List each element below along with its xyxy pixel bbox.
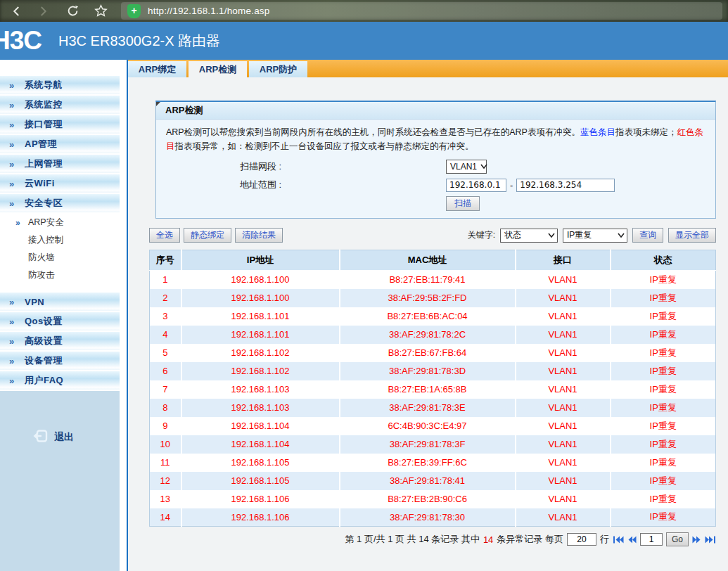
tab-arp-binding[interactable]: ARP绑定: [128, 61, 186, 77]
col-interface: 接口: [516, 250, 611, 271]
logout-label: 退出: [54, 431, 74, 444]
scan-segment-select[interactable]: VLAN1: [446, 160, 487, 174]
table-row[interactable]: 11192.168.1.105B8:27:EB:39:FF:6CVLAN1IP重…: [150, 454, 716, 472]
sidebar-subitem-label: 防攻击: [28, 269, 55, 281]
sidebar-item-7[interactable]: »安全专区: [0, 194, 120, 212]
table-row[interactable]: 10192.168.1.10438:AF:29:81:78:3FVLAN1IP重…: [150, 435, 716, 454]
page-info: 第 1 页/共 1 页 共 14 条记录 其中: [345, 533, 479, 546]
col-mac: MAC地址: [340, 250, 516, 271]
table-row[interactable]: 2192.168.1.10038:AF:29:5B:2F:FDVLAN1IP重复: [150, 289, 716, 307]
sidebar-item-6[interactable]: »云WiFi: [0, 174, 120, 193]
sidebar-item-8[interactable]: »VPN: [0, 293, 120, 311]
sidebar-subitem[interactable]: 防攻击: [0, 267, 120, 284]
menu-arrow-icon: »: [9, 179, 25, 189]
first-page-button[interactable]: [613, 536, 624, 544]
table-row[interactable]: 7192.168.1.103B8:27:EB:1A:65:8BVLAN1IP重复: [150, 380, 716, 399]
next-page-button[interactable]: [692, 536, 701, 544]
url-text[interactable]: http://192.168.1.1/home.asp: [148, 6, 270, 16]
col-ip: IP地址: [181, 250, 340, 271]
blue-entry-note: 蓝色条目: [580, 127, 615, 137]
tab-arp-protection[interactable]: ARP防护: [249, 61, 307, 77]
panel-title: ARP检测: [165, 104, 203, 117]
app-header: H3C H3C ER8300G2-X 路由器: [0, 22, 728, 60]
range-start-input[interactable]: [446, 179, 506, 192]
scan-segment-label: 扫描网段 :: [240, 160, 446, 173]
table-row[interactable]: 4192.168.1.10138:AF:29:81:78:2CVLAN1IP重复: [150, 326, 716, 344]
panel-description: ARP检测可以帮您搜索到当前网段内所有在线的主机，同时系统还会检查是否与已存在的…: [166, 125, 705, 153]
sidebar-subitem[interactable]: »ARP安全: [0, 214, 120, 231]
per-page-input[interactable]: [567, 533, 596, 546]
last-page-button[interactable]: [705, 536, 716, 544]
sidebar-subitem[interactable]: 接入控制: [0, 231, 120, 249]
sidebar-item-4[interactable]: »AP管理: [0, 135, 120, 153]
submenu-arrow-icon: »: [15, 218, 28, 228]
scan-button[interactable]: 扫描: [446, 196, 480, 211]
content-area: ARP绑定 ARP检测 ARP防护 ARP检测 ARP检测可以帮您搜索到当前网段…: [127, 60, 728, 571]
menu-arrow-icon: »: [9, 336, 25, 347]
panel-header: ARP检测: [156, 102, 715, 120]
refresh-icon[interactable]: [63, 4, 82, 19]
sidebar-item-2[interactable]: »系统监控: [0, 96, 120, 114]
table-row[interactable]: 13192.168.1.106B8:27:EB:2B:90:C6VLAN1IP重…: [150, 490, 716, 508]
menu-arrow-icon: »: [9, 316, 25, 327]
keyword-value-select[interactable]: IP重复: [563, 229, 627, 243]
address-range-label: 地址范围 :: [240, 179, 446, 191]
chevron-down-icon: [544, 233, 555, 238]
chevron-down-icon: [477, 164, 487, 169]
table-row[interactable]: 9192.168.1.1046C:4B:90:3C:E4:97VLAN1IP重复: [150, 417, 716, 435]
sidebar-item-label: 用户FAQ: [25, 374, 63, 387]
menu-arrow-icon: »: [9, 198, 25, 209]
table-header-row: 序号 IP地址 MAC地址 接口 状态: [150, 250, 716, 271]
table-row[interactable]: 6192.168.1.10238:AF:29:81:78:3DVLAN1IP重复: [150, 362, 716, 380]
query-button[interactable]: 查询: [632, 228, 663, 243]
sidebar-item-9[interactable]: »Qos设置: [0, 312, 120, 331]
static-bind-button[interactable]: 静态绑定: [184, 228, 231, 243]
sidebar-subitem[interactable]: 防火墙: [0, 249, 120, 267]
prev-page-button[interactable]: [627, 536, 637, 544]
sidebar-item-label: AP管理: [25, 138, 57, 150]
sidebar-subitem-label: 接入控制: [28, 234, 63, 246]
logout-button[interactable]: 退出: [32, 430, 120, 444]
logout-icon: [32, 430, 48, 444]
menu-arrow-icon: »: [9, 139, 25, 150]
clear-results-button[interactable]: 清除结果: [235, 228, 283, 243]
menu-arrow-icon: »: [9, 120, 25, 130]
sidebar-item-label: 系统监控: [25, 98, 63, 111]
keyword-label: 关键字:: [468, 229, 495, 241]
sidebar-item-label: VPN: [25, 297, 44, 307]
sidebar-item-1[interactable]: »系统导航: [0, 76, 120, 94]
table-row[interactable]: 8192.168.1.10338:AF:29:81:78:3EVLAN1IP重复: [150, 399, 716, 417]
table-row[interactable]: 14192.168.1.10638:AF:29:81:78:30VLAN1IP重…: [150, 508, 716, 527]
forward-icon[interactable]: [34, 4, 52, 19]
sidebar-splitter[interactable]: [120, 60, 127, 571]
page-number-input[interactable]: [640, 533, 663, 546]
keyword-field-select[interactable]: 状态: [500, 229, 558, 243]
table-row[interactable]: 3192.168.1.101B8:27:EB:6B:AC:04VLAN1IP重复: [150, 307, 716, 326]
select-all-button[interactable]: 全选: [149, 228, 180, 243]
h3c-logo: H3C: [0, 26, 41, 56]
tab-bar: ARP绑定 ARP检测 ARP防护: [128, 60, 728, 77]
go-button[interactable]: Go: [666, 532, 689, 546]
sidebar-item-label: Qos设置: [25, 315, 63, 328]
tab-arp-detection[interactable]: ARP检测: [189, 61, 247, 77]
sidebar-item-5[interactable]: »上网管理: [0, 155, 120, 173]
sidebar-item-11[interactable]: »设备管理: [0, 352, 120, 370]
show-all-button[interactable]: 显示全部: [668, 228, 716, 243]
table-row[interactable]: 1192.168.1.100B8:27:EB:11:79:41VLAN1IP重复: [150, 271, 716, 289]
bookmark-star-icon[interactable]: [91, 4, 110, 19]
col-status: 状态: [611, 250, 716, 271]
sidebar-item-label: 上网管理: [25, 158, 63, 170]
back-icon[interactable]: [8, 4, 26, 19]
site-security-shield-icon[interactable]: +: [127, 4, 141, 18]
address-bar[interactable]: + http://192.168.1.1/home.asp: [121, 2, 722, 20]
table-row[interactable]: 12192.168.1.10538:AF:29:81:78:41VLAN1IP重…: [150, 472, 716, 490]
sidebar-item-10[interactable]: »高级设置: [0, 332, 120, 350]
menu-arrow-icon: »: [9, 356, 25, 366]
range-end-input[interactable]: [516, 179, 615, 192]
sidebar-item-3[interactable]: »接口管理: [0, 115, 120, 134]
table-row[interactable]: 5192.168.1.102B8:27:EB:67:FB:64VLAN1IP重复: [150, 344, 716, 362]
sidebar-item-label: 云WiFi: [25, 177, 55, 190]
sidebar: »系统导航»系统监控»接口管理»AP管理»上网管理»云WiFi»安全专区»ARP…: [0, 60, 120, 571]
sidebar-item-12[interactable]: »用户FAQ: [0, 371, 120, 390]
menu-arrow-icon: »: [9, 159, 25, 169]
